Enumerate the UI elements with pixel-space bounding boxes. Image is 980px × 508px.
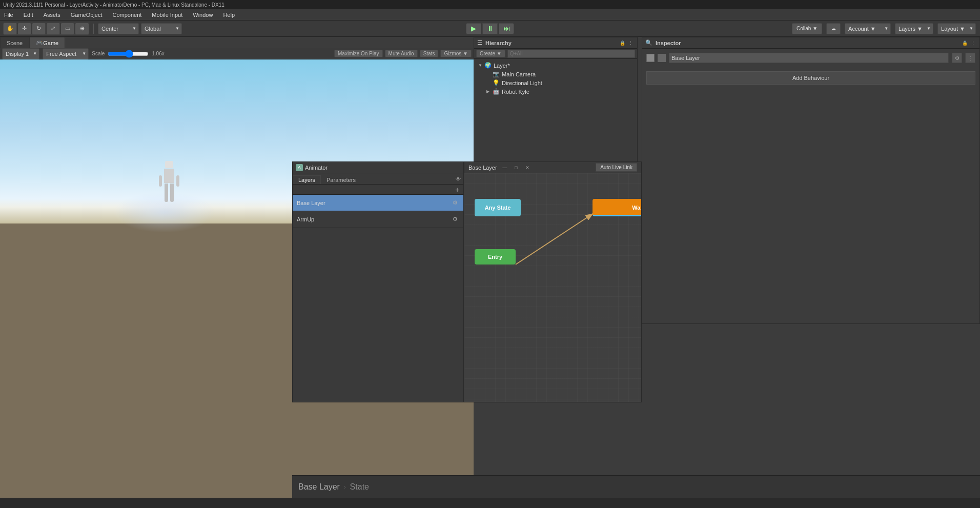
inspector-header: 🔍 Inspector 🔒 ⋮ [642,37,979,49]
camera-item-name: Main Camera [502,71,536,77]
hand-tool[interactable]: ✋ [4,23,17,34]
hierarchy-layer-item[interactable]: ▼ 🌍 Layer* [476,61,635,70]
maximize-on-play-btn[interactable]: Maximize On Play [334,50,383,57]
hierarchy-header: ☰ Hierarchy 🔒 ⋮ [474,37,637,49]
auto-live-link-label: Auto Live Link [600,165,632,170]
layout-label: Layout ▼ [941,26,965,32]
inspector-title: Inspector [656,40,681,46]
status-bar [0,498,980,508]
menu-assets[interactable]: Assets [42,11,63,19]
menu-gameobject[interactable]: GameObject [69,11,105,19]
aspect-dropdown[interactable]: Free Aspect [43,48,89,59]
node-entry[interactable]: Entry [475,249,516,265]
hierarchy-robot-item[interactable]: ▶ 🤖 Robot Kyle [476,87,635,96]
game-tab-icon: 🎮 [36,39,43,46]
hierarchy-menu-btn[interactable]: ⋮ [627,39,634,47]
robot-character [159,161,179,212]
graph-canvas[interactable]: Any State Entry Walk [464,173,641,402]
menu-edit[interactable]: Edit [22,11,35,19]
animator-eye-btn[interactable]: 👁 [454,175,462,183]
graph-close-btn[interactable]: ✕ [524,164,531,171]
create-btn[interactable]: Create ▼ [476,50,505,57]
menu-window[interactable]: Window [191,11,215,19]
menu-file[interactable]: File [2,11,15,19]
play-controls: ▶ ⏸ ⏭ [466,23,514,34]
create-label: Create ▼ [480,51,502,56]
layer-name-input[interactable] [669,53,949,63]
menu-help[interactable]: Help [221,11,237,19]
rotate-tool[interactable]: ↻ [32,23,46,34]
menu-component[interactable]: Component [110,11,144,19]
node-any-state[interactable]: Any State [475,199,521,216]
animator-icon: A [296,164,303,171]
hierarchy-search[interactable] [507,50,635,58]
pivot-label: Center [101,26,118,32]
mute-audio-btn[interactable]: Mute Audio [385,50,418,57]
armup-layer-name: ArmUp [297,216,314,222]
layers-dropdown[interactable]: Layers ▼ [895,23,933,34]
gizmos-btn[interactable]: Gizmos ▼ [440,50,472,57]
hierarchy-light-item[interactable]: 💡 Directional Light [476,78,635,87]
cloud-icon: ☁ [831,26,836,31]
cloud-button[interactable]: ☁ [826,23,841,34]
play-button[interactable]: ▶ [466,23,481,34]
layer-settings-icon-btn[interactable]: ⚙ [952,53,962,63]
hierarchy-controls: 🔒 ⋮ [619,39,634,47]
graph-maximize-btn[interactable]: □ [513,164,520,171]
inspector-menu-btn[interactable]: ⋮ [969,39,976,47]
space-dropdown[interactable]: Global [141,23,182,34]
menu-mobile-input[interactable]: Mobile Input [150,11,185,19]
gizmos-label: Gizmos ▼ [444,51,468,56]
display-dropdown[interactable]: Display 1 [2,48,39,59]
animator-title: Animator [305,165,328,171]
tab-layers[interactable]: Layers [293,175,321,184]
view-tabs: Scene 🎮 Game [0,37,65,48]
scale-tool[interactable]: ⤢ [47,23,60,34]
transform-tools: ✋ ✛ ↻ ⤢ ▭ ⊕ [3,23,89,35]
add-behaviour-btn[interactable]: Add Behaviour [646,71,975,85]
display-label: Display 1 [6,51,29,57]
graph-minimize-btn[interactable]: — [501,164,508,171]
game-view-toolbar: Display 1 Free Aspect Scale 1.06x Maximi… [0,48,474,59]
layout-dropdown[interactable]: Layout ▼ [937,23,976,34]
animator-tab-toolbar: 👁 [453,174,463,184]
layer-more-btn[interactable]: ⋮ [965,53,975,63]
collab-button[interactable]: Collab ▼ [792,23,822,34]
inspector-lock-btn[interactable]: 🔒 [961,39,968,47]
tab-parameters[interactable]: Parameters [321,175,361,184]
bottom-state-label: State [350,482,369,492]
animator-layers-list: Base Layer ⚙ ArmUp ⚙ [293,195,463,402]
svg-line-1 [516,213,594,265]
account-dropdown[interactable]: Account ▼ [845,23,891,34]
layer-color-box-2 [658,54,666,62]
maximize-label: Maximize On Play [338,51,379,56]
layer-base-layer[interactable]: Base Layer ⚙ [293,195,463,211]
animator-graph[interactable]: Base Layer — □ ✕ Auto Live Link Any Stat… [464,161,642,402]
add-layer-btn[interactable]: + [453,186,461,194]
scale-slider[interactable] [108,51,149,57]
hierarchy-toolbar: Create ▼ [474,49,637,59]
bottom-separator: › [344,484,346,490]
hierarchy-lock-btn[interactable]: 🔒 [619,39,626,47]
pause-button[interactable]: ⏸ [482,23,498,34]
auto-live-link-btn[interactable]: Auto Live Link [596,163,637,172]
animator-bottom-bar: Base Layer › State [292,475,980,498]
node-walk[interactable]: Walk [593,199,642,216]
base-layer-name: Base Layer [297,200,325,206]
hierarchy-camera-item[interactable]: 📷 Main Camera [476,70,635,78]
layer-armup[interactable]: ArmUp ⚙ [293,211,463,228]
transform-tool[interactable]: ⊕ [75,23,89,34]
hierarchy-icon: ☰ [477,39,482,46]
armup-layer-settings-btn[interactable]: ⚙ [451,215,459,223]
tab-layers-label: Layers [298,177,315,183]
stats-btn[interactable]: Stats [420,50,439,57]
pivot-dropdown[interactable]: Center [98,23,139,34]
base-layer-settings-btn[interactable]: ⚙ [451,199,459,207]
scene-tab[interactable]: Scene [0,37,29,48]
move-tool[interactable]: ✛ [18,23,31,34]
game-tab[interactable]: 🎮 Game [29,37,65,48]
step-button[interactable]: ⏭ [499,23,514,34]
rect-tool[interactable]: ▭ [61,23,74,34]
walk-label: Walk [632,205,642,211]
animator-tabs: Layers Parameters 👁 [293,173,463,185]
